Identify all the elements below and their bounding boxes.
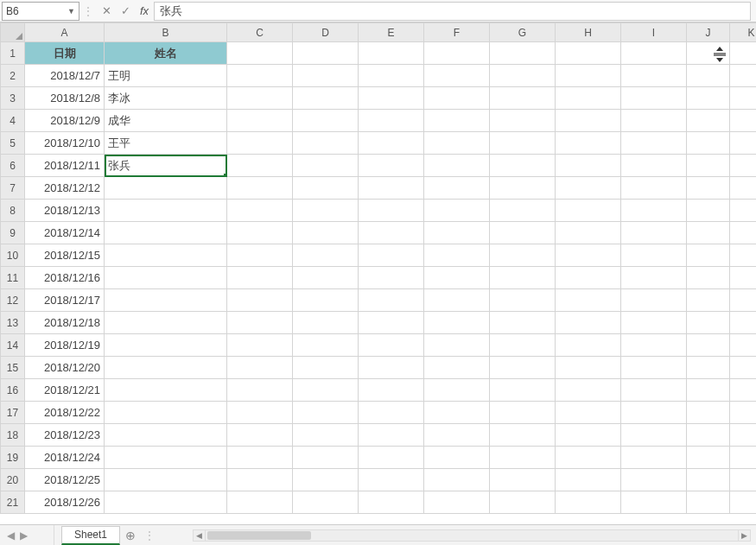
- sheet-nav-prev-icon[interactable]: ◀: [7, 529, 15, 542]
- cell-E10[interactable]: [359, 244, 424, 267]
- cell-H4[interactable]: [556, 110, 621, 132]
- formula-input[interactable]: 张兵: [154, 2, 751, 21]
- cell-G21[interactable]: [490, 491, 556, 514]
- cell-H19[interactable]: [556, 447, 621, 469]
- row-header-8[interactable]: 8: [1, 200, 25, 222]
- cell-G6[interactable]: [490, 155, 556, 177]
- row-header-19[interactable]: 19: [1, 447, 25, 469]
- cell-G4[interactable]: [490, 110, 556, 132]
- cell-A10[interactable]: 2018/12/15: [25, 244, 105, 267]
- cell-A20[interactable]: 2018/12/25: [25, 469, 105, 491]
- cell-F11[interactable]: [424, 267, 490, 289]
- cell-A12[interactable]: 2018/12/17: [25, 289, 105, 312]
- row-header-3[interactable]: 3: [1, 87, 25, 110]
- cell-K5[interactable]: [730, 132, 757, 155]
- cell-K6[interactable]: [730, 155, 757, 177]
- cell-D4[interactable]: [293, 110, 359, 132]
- cell-B3[interactable]: 李冰: [105, 87, 227, 110]
- col-header-B[interactable]: B: [105, 23, 227, 42]
- cell-D15[interactable]: [293, 357, 359, 379]
- cell-D2[interactable]: [293, 65, 359, 87]
- cell-J5[interactable]: [687, 132, 730, 155]
- cell-H7[interactable]: [556, 177, 621, 200]
- cell-B14[interactable]: [105, 334, 227, 357]
- enter-button[interactable]: ✓: [116, 4, 135, 17]
- cell-G16[interactable]: [490, 379, 556, 402]
- cell-J7[interactable]: [687, 177, 730, 200]
- cell-H1[interactable]: [556, 42, 621, 65]
- row-header-15[interactable]: 15: [1, 357, 25, 379]
- cell-E21[interactable]: [359, 491, 424, 514]
- col-header-G[interactable]: G: [490, 23, 556, 42]
- cell-J3[interactable]: [687, 87, 730, 110]
- cell-G14[interactable]: [490, 334, 556, 357]
- col-header-K[interactable]: K: [730, 23, 757, 42]
- cell-G7[interactable]: [490, 177, 556, 200]
- cell-J19[interactable]: [687, 447, 730, 469]
- col-header-H[interactable]: H: [556, 23, 621, 42]
- cell-I5[interactable]: [621, 132, 687, 155]
- cell-H14[interactable]: [556, 334, 621, 357]
- cell-I1[interactable]: [621, 42, 687, 65]
- cell-H20[interactable]: [556, 469, 621, 491]
- cell-B20[interactable]: [105, 469, 227, 491]
- cell-I16[interactable]: [621, 379, 687, 402]
- cell-B6[interactable]: 张兵: [105, 155, 227, 177]
- cell-D6[interactable]: [293, 155, 359, 177]
- cell-G10[interactable]: [490, 244, 556, 267]
- cell-H3[interactable]: [556, 87, 621, 110]
- cell-D11[interactable]: [293, 267, 359, 289]
- cell-J20[interactable]: [687, 469, 730, 491]
- cell-E13[interactable]: [359, 312, 424, 334]
- cell-J15[interactable]: [687, 357, 730, 379]
- cell-H2[interactable]: [556, 65, 621, 87]
- cell-E20[interactable]: [359, 469, 424, 491]
- cell-J2[interactable]: [687, 65, 730, 87]
- row-header-1[interactable]: 1: [1, 42, 25, 65]
- cell-C1[interactable]: [227, 42, 293, 65]
- cell-F8[interactable]: [424, 200, 490, 222]
- cell-E6[interactable]: [359, 155, 424, 177]
- cell-K17[interactable]: [730, 402, 757, 424]
- cell-A17[interactable]: 2018/12/22: [25, 402, 105, 424]
- cell-I10[interactable]: [621, 244, 687, 267]
- cell-A14[interactable]: 2018/12/19: [25, 334, 105, 357]
- cell-B2[interactable]: 王明: [105, 65, 227, 87]
- cell-D1[interactable]: [293, 42, 359, 65]
- cell-C2[interactable]: [227, 65, 293, 87]
- cell-D9[interactable]: [293, 222, 359, 244]
- col-header-C[interactable]: C: [227, 23, 293, 42]
- cell-I11[interactable]: [621, 267, 687, 289]
- cell-A2[interactable]: 2018/12/7: [25, 65, 105, 87]
- row-header-4[interactable]: 4: [1, 110, 25, 132]
- cell-D21[interactable]: [293, 491, 359, 514]
- cell-B17[interactable]: [105, 402, 227, 424]
- cell-I2[interactable]: [621, 65, 687, 87]
- cell-A7[interactable]: 2018/12/12: [25, 177, 105, 200]
- cell-B10[interactable]: [105, 244, 227, 267]
- col-header-I[interactable]: I: [621, 23, 687, 42]
- cell-A6[interactable]: 2018/12/11: [25, 155, 105, 177]
- row-header-10[interactable]: 10: [1, 244, 25, 267]
- cell-D8[interactable]: [293, 200, 359, 222]
- cell-E16[interactable]: [359, 379, 424, 402]
- cell-G5[interactable]: [490, 132, 556, 155]
- cell-C16[interactable]: [227, 379, 293, 402]
- cell-C6[interactable]: [227, 155, 293, 177]
- cell-F20[interactable]: [424, 469, 490, 491]
- row-header-16[interactable]: 16: [1, 379, 25, 402]
- cell-K14[interactable]: [730, 334, 757, 357]
- cell-K7[interactable]: [730, 177, 757, 200]
- cell-K11[interactable]: [730, 267, 757, 289]
- cell-B21[interactable]: [105, 491, 227, 514]
- cell-K1[interactable]: [730, 42, 757, 65]
- cell-A4[interactable]: 2018/12/9: [25, 110, 105, 132]
- cell-I19[interactable]: [621, 447, 687, 469]
- cell-F14[interactable]: [424, 334, 490, 357]
- cell-K2[interactable]: [730, 65, 757, 87]
- cell-K21[interactable]: [730, 491, 757, 514]
- cell-C12[interactable]: [227, 289, 293, 312]
- cell-J8[interactable]: [687, 200, 730, 222]
- cell-G19[interactable]: [490, 447, 556, 469]
- cell-C5[interactable]: [227, 132, 293, 155]
